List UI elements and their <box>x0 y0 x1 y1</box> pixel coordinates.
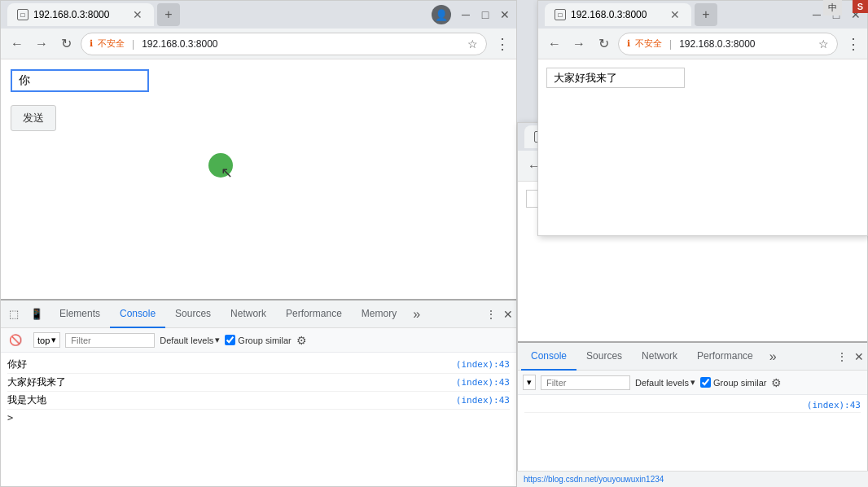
console-text-2: 大家好我来了 <box>7 375 66 389</box>
third-devtools-close[interactable]: ✕ <box>854 350 864 363</box>
second-browser-window: □ 192.168.0.3:8000 ✕ + ─ □ ✕ ← → ↻ ℹ 不安全… <box>537 0 868 236</box>
third-devtools-more-tabs[interactable]: » <box>763 349 783 364</box>
second-minimize[interactable]: ─ <box>812 10 822 20</box>
tab-console[interactable]: Console <box>110 301 165 328</box>
tab-close-button[interactable]: ✕ <box>131 8 144 21</box>
third-group-similar-label[interactable]: Group similar <box>700 377 766 388</box>
second-page-content <box>538 59 867 235</box>
second-nav-bar: ← → ↻ ℹ 不安全 | 192.168.0.3:8000 ☆ ⋮ <box>538 29 867 59</box>
second-title-bar: □ 192.168.0.3:8000 ✕ + ─ □ ✕ <box>538 1 867 29</box>
second-message-input[interactable] <box>546 68 685 88</box>
second-back[interactable]: ← <box>545 34 564 54</box>
send-button[interactable]: 发送 <box>11 105 56 131</box>
tab-network[interactable]: Network <box>221 301 276 328</box>
devtools-panel: ⬚ 📱 Elements Console Sources Network Per… <box>1 299 516 486</box>
status-bar: https://blog.csdn.net/youyouwuxin1234 <box>517 471 868 487</box>
console-link-1[interactable]: (index):43 <box>456 359 510 370</box>
tab-sources[interactable]: Sources <box>165 301 221 328</box>
console-line-2: 大家好我来了 (index):43 <box>7 374 510 392</box>
third-tab-console[interactable]: Console <box>521 343 576 371</box>
context-value: top <box>37 336 50 345</box>
third-group-similar-checkbox[interactable] <box>700 377 711 388</box>
second-security-label: 不安全 <box>635 37 662 50</box>
close-button[interactable]: ✕ <box>500 10 510 20</box>
third-devtools-menu[interactable]: ⋮ <box>836 350 848 363</box>
default-levels-label: Default levels <box>160 336 213 345</box>
reload-button[interactable]: ↻ <box>56 34 76 54</box>
context-dropdown[interactable]: top ▾ <box>33 332 60 348</box>
second-tab-close[interactable]: ✕ <box>669 8 682 21</box>
console-line-3: 我是大地 (index):43 <box>7 392 510 410</box>
group-similar-text: Group similar <box>238 336 291 345</box>
console-settings-icon[interactable]: ⚙ <box>296 334 307 347</box>
second-browser-menu[interactable]: ⋮ <box>846 35 861 53</box>
inspect-element-button[interactable]: ⬚ <box>4 305 24 324</box>
browser-menu-button[interactable]: ⋮ <box>495 35 510 53</box>
console-link-2[interactable]: (index):43 <box>456 377 510 388</box>
third-tab-performance[interactable]: Performance <box>687 343 763 371</box>
bookmark-icon[interactable]: ☆ <box>467 37 478 50</box>
cursor: ↖ <box>221 164 233 182</box>
tab-favicon: □ <box>17 9 28 20</box>
message-input[interactable] <box>11 69 149 92</box>
browser-tab[interactable]: □ 192.168.0.3:8000 ✕ <box>7 3 154 26</box>
third-devtools-tab-bar: Console Sources Network Performance » ⋮ … <box>518 343 867 371</box>
second-tab-favicon: □ <box>555 9 566 20</box>
tab-elements[interactable]: Elements <box>50 301 110 328</box>
new-tab-button[interactable]: + <box>157 3 180 26</box>
status-link[interactable]: https://blog.csdn.net/youyouwuxin1234 <box>524 475 664 484</box>
maximize-button[interactable]: □ <box>480 10 490 20</box>
address-bar[interactable]: ℹ 不安全 | 192.168.0.3:8000 ☆ <box>81 33 487 55</box>
third-group-similar-text: Group similar <box>713 378 766 388</box>
console-prompt[interactable]: > <box>7 410 510 426</box>
third-filter-input[interactable] <box>541 375 630 390</box>
third-tab-network[interactable]: Network <box>632 343 687 371</box>
third-console-line-1: (index):43 <box>524 398 861 413</box>
second-tab-title: 192.168.0.3:8000 <box>571 9 647 20</box>
second-address-bar[interactable]: ℹ 不安全 | 192.168.0.3:8000 ☆ <box>618 33 838 55</box>
third-context-dropdown[interactable]: ▾ <box>523 375 536 390</box>
second-bookmark[interactable]: ☆ <box>818 37 829 50</box>
csdn-badge: S <box>853 0 868 13</box>
security-icon: ℹ <box>90 38 93 49</box>
console-link-3[interactable]: (index):43 <box>456 395 510 406</box>
console-line-1: 你好 (index):43 <box>7 356 510 374</box>
third-console-settings[interactable]: ⚙ <box>771 376 782 389</box>
user-icon[interactable]: 👤 <box>432 5 451 24</box>
second-reload[interactable]: ↻ <box>594 34 613 54</box>
window-controls: 👤 ─ □ ✕ <box>432 5 510 24</box>
second-forward[interactable]: → <box>569 34 589 54</box>
third-tab-sources[interactable]: Sources <box>576 343 632 371</box>
tab-title: 192.168.0.3:8000 <box>33 9 109 20</box>
group-similar-checkbox[interactable] <box>225 335 235 345</box>
default-levels-dropdown[interactable]: Default levels ▾ <box>160 335 220 345</box>
devtools-close-button[interactable]: ✕ <box>503 308 513 321</box>
third-default-levels[interactable]: Default levels ▾ <box>635 377 695 388</box>
prompt-symbol: > <box>7 412 13 423</box>
tab-memory[interactable]: Memory <box>352 301 406 328</box>
third-console-link-1[interactable]: (index):43 <box>807 400 861 410</box>
url-text: 192.168.0.3:8000 <box>142 38 462 50</box>
title-bar: □ 192.168.0.3:8000 ✕ + 👤 ─ □ ✕ <box>1 1 516 29</box>
devtools-menu-icon[interactable]: ⋮ <box>485 308 497 321</box>
third-devtools-panel: Console Sources Network Performance » ⋮ … <box>518 341 867 486</box>
back-button[interactable]: ← <box>7 34 27 54</box>
security-label: 不安全 <box>98 37 125 50</box>
clear-console-button[interactable]: 🚫 <box>6 331 25 350</box>
nav-bar: ← → ↻ ℹ 不安全 | 192.168.0.3:8000 ☆ ⋮ <box>1 29 516 59</box>
third-console-toolbar: ▾ Default levels ▾ Group similar ⚙ <box>518 371 867 395</box>
tab-performance[interactable]: Performance <box>276 301 352 328</box>
console-output: 你好 (index):43 大家好我来了 (index):43 我是大地 (in… <box>1 353 516 486</box>
minimize-button[interactable]: ─ <box>461 10 471 20</box>
lang-badge: 中 <box>823 0 842 15</box>
devtools-more-tabs[interactable]: » <box>406 307 427 322</box>
main-browser-window: □ 192.168.0.3:8000 ✕ + 👤 ─ □ ✕ ← → ↻ ℹ 不… <box>0 0 517 487</box>
group-similar-label[interactable]: Group similar <box>225 335 291 345</box>
second-browser-tab[interactable]: □ 192.168.0.3:8000 ✕ <box>545 3 691 26</box>
forward-button[interactable]: → <box>32 34 51 54</box>
second-new-tab[interactable]: + <box>695 3 717 26</box>
second-url-text: 192.168.0.3:8000 <box>679 38 813 50</box>
console-toolbar: 🚫 top ▾ Default levels ▾ Group similar ⚙ <box>1 328 516 353</box>
console-filter-input[interactable] <box>65 333 155 348</box>
device-toolbar-button[interactable]: 📱 <box>27 305 46 324</box>
